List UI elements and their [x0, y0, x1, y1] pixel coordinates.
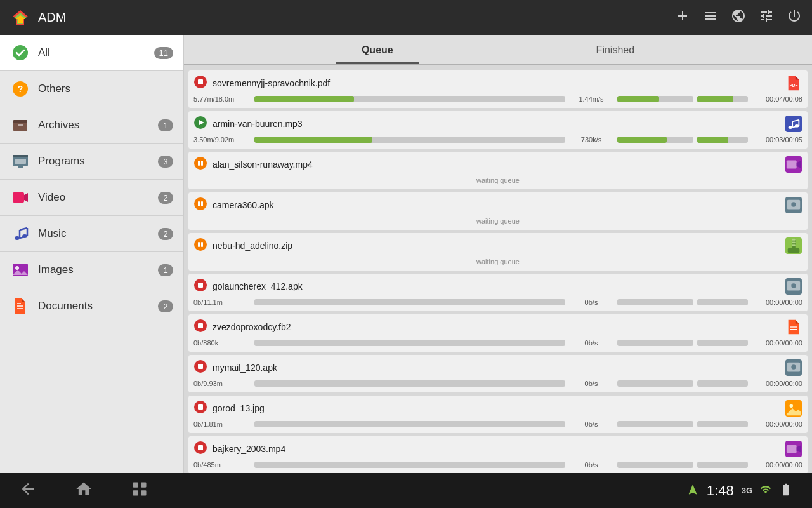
download-progress-bar: [254, 96, 565, 102]
svg-rect-83: [198, 445, 203, 450]
sidebar-item-images[interactable]: Images 1: [0, 252, 183, 288]
tab-queue[interactable]: Queue: [336, 38, 419, 64]
download-item[interactable]: nebu-hd_adelino.zipwaiting queue: [188, 232, 808, 271]
download-item[interactable]: armin-van-buuren.mp33.50m/9.02m730k/s00:…: [188, 110, 808, 149]
network-icon: 3G: [742, 486, 752, 495]
download-status-icon[interactable]: [193, 278, 207, 295]
download-eta: 00:00/00:00: [752, 420, 802, 428]
download-status-icon[interactable]: [193, 319, 207, 335]
download-status-icon[interactable]: [193, 197, 207, 213]
menu-icon[interactable]: [703, 8, 718, 27]
bottombar: 1:48 3G: [0, 473, 812, 508]
topbar-icons: [675, 8, 802, 27]
svg-rect-46: [198, 201, 200, 206]
sidebar-images-badge: 1: [158, 264, 173, 276]
download-eta-bar: [697, 96, 748, 102]
settings-icon[interactable]: [759, 8, 774, 27]
download-progress-bar: [254, 421, 565, 427]
sidebar-item-others[interactable]: ? Others: [0, 71, 183, 107]
download-item-header: gorod_13.jpg: [193, 399, 802, 417]
svg-rect-8: [18, 124, 23, 126]
download-eta-bar: [697, 462, 748, 468]
download-item-header: sovremennyjj-spravochnik.pdfPDF: [193, 74, 802, 92]
video-icon: [10, 187, 30, 208]
tab-finished[interactable]: Finished: [571, 38, 660, 64]
download-speed: 0b/s: [569, 461, 613, 469]
svg-point-51: [791, 202, 796, 206]
sidebar-item-music[interactable]: Music 2: [0, 216, 183, 252]
download-status-icon[interactable]: [193, 400, 207, 417]
download-eta-bar: [697, 421, 748, 427]
sidebar-music-badge: 2: [158, 228, 173, 240]
svg-rect-40: [198, 161, 200, 166]
download-status-icon[interactable]: [193, 359, 207, 376]
download-progress-row: 3.50m/9.02m730k/s00:03/00:05: [193, 135, 802, 145]
download-status-icon[interactable]: [193, 156, 207, 173]
svg-text:?: ?: [18, 84, 23, 94]
file-type-icon: [785, 359, 802, 377]
sidebar-item-programs[interactable]: Programs 3: [0, 144, 183, 180]
download-item[interactable]: zvezdoproxodcy.fb20b/880k0b/s00:00/00:00: [188, 314, 808, 352]
download-status-icon[interactable]: [193, 116, 207, 132]
power-icon[interactable]: [787, 8, 802, 27]
download-progress-bar: [254, 299, 565, 305]
svg-rect-96: [133, 482, 138, 487]
download-item[interactable]: mymail_120.apk0b/9.93m0b/s00:00/00:00: [188, 354, 808, 393]
svg-point-66: [791, 283, 796, 288]
download-status-icon[interactable]: [193, 75, 207, 91]
svg-rect-28: [198, 79, 203, 84]
download-filename: alan_silson-runaway.mp4: [213, 159, 780, 170]
download-item[interactable]: gorod_13.jpg0b/1.81m0b/s00:00/00:00: [188, 395, 808, 434]
download-item[interactable]: alan_silson-runaway.mp4waiting queue: [188, 151, 808, 190]
file-type-icon: [785, 318, 802, 336]
download-eta: 00:00/00:00: [752, 461, 802, 469]
download-size: 5.77m/18.0m: [193, 95, 251, 103]
bottom-nav: [19, 480, 148, 502]
sidebar-video-badge: 2: [158, 192, 173, 204]
app-title: ADM: [38, 10, 667, 25]
back-icon[interactable]: [19, 480, 37, 502]
download-filename: zvezdoproxodcy.fb2: [213, 322, 780, 332]
svg-rect-98: [133, 490, 138, 495]
download-progress-fill: [254, 96, 354, 102]
download-status-icon[interactable]: [193, 237, 207, 254]
download-item[interactable]: golauncherex_412.apk0b/11.1m0b/s00:00/00…: [188, 273, 808, 312]
home-icon[interactable]: [75, 480, 93, 502]
sidebar-programs-label: Programs: [38, 155, 158, 168]
download-progress-row: 5.77m/18.0m1.44m/s00:04/00:08: [193, 94, 802, 104]
download-eta-bar: [697, 340, 748, 346]
images-icon: [10, 260, 30, 280]
download-item[interactable]: bajkery_2003.mp40b/485m0b/s00:00/00:00: [188, 436, 808, 473]
svg-line-17: [20, 236, 27, 238]
main-area: All 11 ? Others Archives 1: [0, 35, 812, 473]
download-item[interactable]: camera360.apkwaiting queue: [188, 192, 808, 231]
download-status-icon[interactable]: [193, 441, 207, 457]
download-filename: bajkery_2003.mp4: [213, 444, 780, 454]
waiting-queue-row: waiting queue: [193, 216, 802, 226]
sidebar-item-video[interactable]: Video 2: [0, 180, 183, 216]
svg-rect-54: [201, 242, 203, 247]
svg-point-45: [194, 197, 207, 210]
svg-point-76: [791, 364, 796, 369]
sidebar-item-archives[interactable]: Archives 1: [0, 107, 183, 144]
download-eta-bar: [697, 299, 748, 305]
svg-rect-62: [198, 283, 203, 288]
globe-icon[interactable]: [731, 8, 746, 27]
download-size: 0b/485m: [193, 461, 251, 469]
download-item-header: armin-van-buuren.mp3: [193, 115, 802, 133]
file-type-icon: [785, 399, 802, 417]
download-item[interactable]: sovremennyjj-spravochnik.pdfPDF5.77m/18.…: [188, 70, 808, 109]
download-speed-bar: [617, 137, 693, 143]
recents-icon[interactable]: [131, 480, 148, 502]
download-eta: 00:04/00:08: [752, 95, 802, 103]
download-progress-row: 0b/485m0b/s00:00/00:00: [193, 460, 802, 470]
file-type-icon: [785, 156, 802, 173]
sidebar-item-documents[interactable]: Documents 2: [0, 288, 183, 324]
add-icon[interactable]: [675, 8, 690, 27]
download-speed-bar: [617, 380, 693, 387]
svg-rect-58: [792, 242, 796, 244]
download-filename: gorod_13.jpg: [213, 403, 780, 413]
download-eta: 00:00/00:00: [752, 339, 802, 347]
sidebar-item-all[interactable]: All 11: [0, 35, 183, 71]
download-item-header: golauncherex_412.apk: [193, 277, 802, 295]
